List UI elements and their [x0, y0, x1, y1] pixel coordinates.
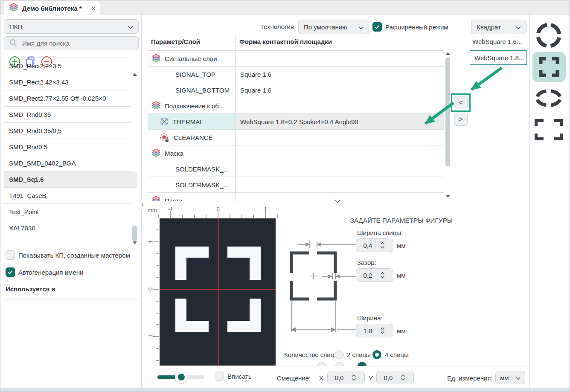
row-label: SOLDERMASK_...	[148, 166, 229, 173]
divider	[4, 299, 139, 299]
clipped-radio-row	[310, 362, 369, 366]
column-divider	[235, 35, 236, 201]
table-scroll-down[interactable]	[446, 195, 450, 198]
list-scroll-down[interactable]	[133, 241, 137, 244]
unit-label: мм	[397, 272, 406, 279]
list-item[interactable]: SMD_Rect2.77×2.55 Off -0.025×0	[4, 90, 131, 107]
offset-x-stepper[interactable]	[327, 371, 365, 384]
list-scroll-up[interactable]	[133, 73, 137, 76]
list-item[interactable]: XAL7030	[4, 220, 131, 236]
web-square-tool-selected[interactable]	[532, 52, 566, 82]
list-item[interactable]: SMD_Rnd0.5	[4, 139, 131, 155]
list-item[interactable]: SMD_Rnd0.35/0,5	[4, 123, 131, 139]
row-value[interactable]	[235, 130, 444, 145]
spokes-4-radio[interactable]	[372, 350, 381, 359]
spoke-width-input[interactable]	[356, 242, 379, 249]
figure-params-heading: ЗАДАЙТЕ ПАРАМЕТРЫ ФИГУРЫ	[337, 217, 465, 224]
search-box[interactable]	[4, 36, 139, 50]
show-master-checkbox[interactable]	[6, 250, 15, 260]
collapse-preview-button[interactable]	[331, 197, 344, 205]
list-item[interactable]: SMD_Rnd0.35	[4, 107, 131, 123]
table-row-clearance[interactable]: CLEARANCE	[148, 130, 444, 145]
sidebar-collapse-handle[interactable]: ›	[141, 199, 144, 210]
list-item-selected[interactable]: SMD_Sq1.6	[4, 171, 137, 188]
row-label: SIGNAL_BOTTOM	[148, 87, 230, 94]
gap-stepper[interactable]	[356, 268, 393, 282]
web-oval-tool[interactable]	[535, 87, 563, 111]
pad-type-select[interactable]: ПКП	[4, 19, 139, 34]
row-value[interactable]	[235, 177, 444, 192]
row-value[interactable]: Square 1.6	[235, 82, 444, 98]
offset-y-input[interactable]	[377, 374, 400, 381]
tab-demo-library[interactable]: Демо библиотека * ×	[4, 1, 100, 15]
web-circle-tool[interactable]	[535, 22, 562, 50]
table-row-group[interactable]: Паста	[148, 193, 444, 201]
table-row-layer[interactable]: SIGNAL_BOTTOM Square 1.6	[148, 82, 444, 98]
offset-x-input[interactable]	[328, 374, 351, 381]
list-item[interactable]: SMD_SMD_0402_BGA	[4, 155, 131, 171]
autogen-checkbox[interactable]	[6, 267, 15, 277]
unapply-variant-button[interactable]: >	[454, 113, 468, 126]
pad-type-value: ПКП	[9, 23, 22, 30]
layer-table: Сигнальные слои SIGNAL_TOP Square 1.6 SI…	[148, 50, 444, 201]
variant-websquare-18-selected[interactable]: WebSquare 1.8...	[470, 50, 527, 65]
width-stepper[interactable]	[356, 324, 393, 337]
row-value[interactable]: WebSquare 1.8×0.2 Spoke4×0.4 Angle90	[235, 114, 444, 129]
table-row-thermal-selected[interactable]: THERMAL WebSquare 1.8×0.2 Spoke4×0.4 Ang…	[148, 114, 444, 130]
row-value[interactable]	[235, 98, 444, 113]
list-item[interactable]: Test_Point	[4, 204, 131, 220]
layers-icon	[151, 54, 161, 63]
stepper-arrows-icon[interactable]	[380, 242, 385, 249]
tab-close-icon[interactable]: ×	[91, 5, 96, 12]
gap-input[interactable]	[356, 272, 379, 279]
row-value[interactable]	[235, 51, 444, 66]
table-row-layer[interactable]: SOLDERMASK_...	[148, 177, 444, 193]
web-rect-tool[interactable]	[535, 119, 563, 142]
shape-select[interactable]: Квадрат	[471, 20, 526, 34]
row-label: CLEARANCE	[174, 134, 213, 141]
table-scroll-up[interactable]	[446, 52, 450, 55]
units-label: Ед. измерения:	[447, 375, 493, 382]
table-row-layer[interactable]: SIGNAL_TOP Square 1.6	[148, 67, 444, 82]
layers-icon	[9, 3, 19, 14]
tab-title: Демо библиотека *	[22, 5, 82, 12]
table-row-group[interactable]: Маска	[148, 145, 444, 161]
stepper-arrows-icon[interactable]	[401, 374, 405, 381]
pad-preview-canvas[interactable]	[160, 218, 276, 366]
chevron-down-icon	[128, 23, 133, 30]
extended-mode-label: Расширенный режим	[385, 23, 448, 31]
fit-checkbox[interactable]	[215, 372, 224, 381]
variant-websquare-16[interactable]: WebSquare 1.6...	[472, 38, 522, 45]
unit-label: мм	[397, 327, 406, 334]
list-item[interactable]: SMD_Rect2.42×3.43	[4, 74, 131, 90]
spoke-width-stepper[interactable]	[356, 238, 393, 252]
figure-diagram	[285, 236, 363, 338]
table-row-group[interactable]: Сигнальные слои	[148, 51, 444, 67]
list-item[interactable]: SMD_Rect2.2×3.5	[4, 58, 131, 74]
list-item[interactable]: T491_CaseB	[4, 188, 131, 204]
table-row-group[interactable]: Подключение к об...	[148, 98, 444, 114]
search-input[interactable]	[21, 39, 125, 47]
stepper-arrows-icon[interactable]	[380, 272, 385, 279]
table-row-layer[interactable]: SOLDERMASK_...	[148, 161, 444, 177]
stepper-arrows-icon[interactable]	[352, 374, 356, 381]
technology-select[interactable]: По умолчанию	[298, 20, 369, 34]
row-value[interactable]	[235, 161, 444, 177]
spokes-2-label: 2 спицы	[347, 351, 371, 358]
units-select[interactable]: мм	[495, 371, 525, 384]
list-scrollbar-thumb[interactable]	[132, 226, 137, 241]
row-value[interactable]: Square 1.6	[235, 67, 444, 82]
table-scrollbar-thumb[interactable]	[445, 57, 450, 166]
spokes-2-radio[interactable]	[335, 350, 344, 359]
used-in-heading: Используется в	[6, 285, 55, 293]
extended-mode-checkbox[interactable]	[372, 22, 382, 32]
offset-y-stepper[interactable]	[376, 371, 414, 384]
row-value[interactable]	[235, 145, 444, 161]
row-label: Подключение к об...	[165, 102, 224, 110]
width-input[interactable]	[356, 327, 379, 334]
stepper-arrows-icon[interactable]	[380, 327, 385, 334]
annotation-frame	[451, 93, 471, 112]
row-label: Маска	[165, 150, 183, 157]
zoom-slider-knob-dot	[178, 374, 185, 380]
window-bottom-strip	[0, 388, 570, 392]
